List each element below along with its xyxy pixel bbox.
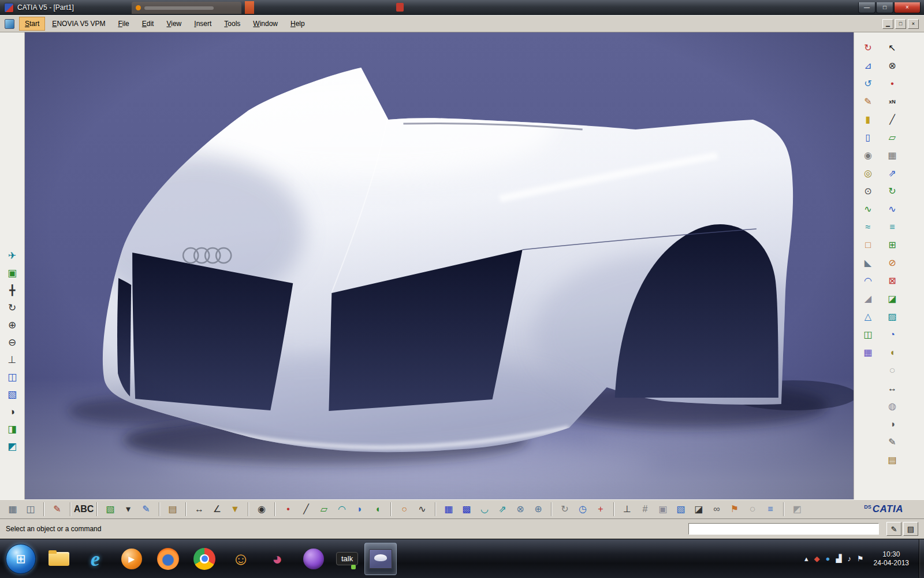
erase-icon[interactable]: ◩	[790, 502, 804, 517]
split-icon[interactable]: ⊘	[884, 255, 900, 271]
drafting-icon[interactable]: ▤	[166, 502, 180, 517]
pocket-icon[interactable]: ▯	[860, 130, 876, 145]
catalog-icon[interactable]: ▤	[884, 453, 900, 468]
menu-start[interactable]: Start	[20, 17, 44, 30]
update-icon[interactable]: ↻	[860, 40, 876, 55]
multiple-points-icon[interactable]: xN	[884, 94, 900, 109]
menu-edit[interactable]: Edit	[137, 17, 159, 30]
menu-enovia[interactable]: ENOVIA V5 VPM	[47, 17, 110, 30]
measure-icon[interactable]: ↔	[884, 381, 900, 396]
pattern-icon[interactable]: ▦	[860, 345, 876, 360]
doc-restore-button[interactable]: □	[895, 19, 906, 29]
measure-item-icon[interactable]: ∠	[210, 502, 224, 517]
media-player-icon[interactable]	[116, 543, 148, 575]
chamfer-icon[interactable]: ◢	[860, 291, 876, 306]
shaft-icon[interactable]: ◉	[860, 148, 876, 163]
plane-icon[interactable]: ▱	[884, 130, 900, 145]
start-button[interactable]: ⊞	[6, 544, 36, 574]
world-clock-icon[interactable]: ◷	[576, 502, 590, 517]
intersection-icon[interactable]: ⊗	[513, 502, 527, 517]
line-tool-icon[interactable]: ╱	[299, 502, 313, 517]
projection-icon[interactable]: ⇗	[495, 502, 509, 517]
revolve-surface-icon[interactable]: ◖	[371, 502, 385, 517]
healing-icon[interactable]: ⊕	[531, 502, 545, 517]
explorer-icon[interactable]	[43, 543, 75, 575]
spline-tool-icon[interactable]: ∿	[415, 502, 429, 517]
tray-expand-icon[interactable]: ▴	[804, 554, 808, 563]
media-purple-icon[interactable]	[297, 543, 330, 575]
boundary-icon[interactable]: ◌	[884, 363, 900, 378]
menu-tools[interactable]: Tools	[219, 17, 245, 30]
menu-file[interactable]: File	[113, 17, 134, 30]
normal-view-icon[interactable]: ⊥	[3, 351, 21, 368]
axis-cross-icon[interactable]: +	[594, 502, 608, 517]
paintbrush-icon[interactable]: ✎	[50, 502, 64, 517]
menu-insert[interactable]: Insert	[189, 17, 217, 30]
pan-icon[interactable]: ╋	[3, 282, 21, 298]
sweep-icon[interactable]: ∿	[884, 202, 900, 217]
groove-icon[interactable]: ◎	[860, 166, 876, 181]
annotation-icon[interactable]: ✎	[884, 435, 900, 450]
shading-icon[interactable]: ◑	[884, 417, 900, 432]
manual-update-icon[interactable]: ↺	[860, 76, 876, 91]
minimize-button[interactable]: —	[858, 2, 875, 13]
render-style-icon[interactable]: ◑	[3, 403, 21, 420]
update-link-icon[interactable]: ↻	[558, 502, 572, 517]
trim-icon[interactable]: ⊠	[884, 273, 900, 288]
specification-tree-icon[interactable]: ▦	[6, 502, 20, 517]
measure-inertia-icon[interactable]: ▼	[228, 502, 242, 517]
join-icon[interactable]: ⊞	[884, 238, 900, 253]
zoom-out-icon[interactable]: ⊖	[3, 334, 21, 350]
action-center-tray-icon[interactable]: ⚑	[857, 554, 864, 563]
flag-note-icon[interactable]: ⚑	[728, 502, 742, 517]
point-tool-icon[interactable]: •	[281, 502, 295, 517]
lasso-icon[interactable]: ◌	[746, 502, 759, 517]
work-grid-icon[interactable]: #	[638, 502, 652, 517]
firefox-icon[interactable]	[152, 543, 184, 575]
offset-icon[interactable]: ≡	[884, 220, 900, 235]
rectangular-pattern-icon[interactable]: ▦	[442, 502, 456, 517]
catia-taskbar-icon[interactable]	[364, 543, 397, 575]
apply-material-icon[interactable]: ◍	[884, 399, 900, 414]
command-history-icon[interactable]: ▤	[903, 522, 918, 536]
internet-explorer-icon[interactable]: e	[79, 543, 111, 575]
multi-view-icon[interactable]: ◫	[3, 369, 21, 385]
swap-visible-space-icon[interactable]: ◩	[3, 438, 21, 454]
iso-view-icon[interactable]: ▧	[3, 386, 21, 402]
menu-view[interactable]: View	[161, 17, 187, 30]
menu-window[interactable]: Window	[248, 17, 283, 30]
volume-tray-icon[interactable]: ♪	[847, 554, 851, 563]
graphic-properties-icon[interactable]: ✎	[860, 94, 876, 109]
circle-tool-icon[interactable]: ○	[397, 502, 411, 517]
loft-icon[interactable]: ◔	[884, 327, 900, 342]
measure-between-icon[interactable]: ↔	[192, 502, 206, 517]
extract-icon[interactable]: ◪	[884, 291, 900, 306]
slot-icon[interactable]: ≈	[860, 220, 876, 235]
command-list-icon[interactable]: ≡	[763, 502, 777, 517]
doc-minimize-button[interactable]: ▁	[882, 19, 893, 29]
background-window-tab[interactable]	[132, 2, 241, 14]
rib-icon[interactable]: ∿	[860, 202, 876, 217]
sketcher-icon[interactable]: ✎	[139, 502, 153, 517]
pad-icon[interactable]: ▮	[860, 112, 876, 127]
normal-plane-icon[interactable]: ⊥	[620, 502, 634, 517]
dot-pattern-icon[interactable]: ▩	[460, 502, 474, 517]
point-icon[interactable]: •	[884, 76, 900, 91]
messenger-tray-icon[interactable]: ●	[826, 554, 830, 563]
iso-cube-icon[interactable]: ▧	[674, 502, 688, 517]
power-input-field[interactable]	[688, 523, 879, 535]
maximize-button[interactable]: □	[876, 2, 893, 13]
fillet-icon[interactable]: ◠	[860, 273, 876, 288]
background-window-chip[interactable]	[396, 3, 404, 12]
snap-icon[interactable]: ⊗	[884, 58, 900, 73]
show-desktop-button[interactable]	[919, 539, 924, 578]
object-frame-icon[interactable]: ◫	[24, 502, 38, 517]
draft-icon[interactable]: △	[860, 309, 876, 324]
revolve-icon[interactable]: ↻	[884, 184, 900, 199]
axis-system-icon[interactable]: ⊿	[860, 58, 876, 73]
power-input-pencil-icon[interactable]: ✎	[886, 522, 901, 536]
close-button[interactable]: ×	[894, 2, 921, 13]
paint-palette-icon[interactable]: ◕	[261, 543, 293, 575]
chain-link-icon[interactable]: ∞	[710, 502, 724, 517]
background-window-strip[interactable]	[245, 1, 254, 14]
